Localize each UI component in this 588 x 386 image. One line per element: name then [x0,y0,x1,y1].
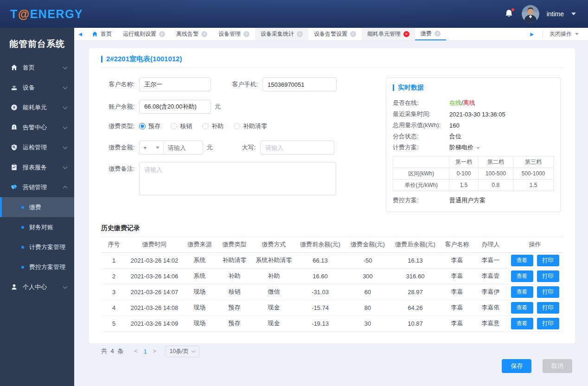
view-button[interactable]: 查看 [511,302,533,314]
alarm-icon [10,124,18,131]
view-button[interactable]: 查看 [511,255,533,266]
tab-item[interactable]: 设备采集统计× [255,28,308,40]
history-cell: 2021-03-26 14:02 [127,252,182,268]
view-button[interactable]: 查看 [511,270,533,282]
history-cell: 现场 [182,315,217,331]
online-status-row: 是否在线: 在线/离线 [393,97,554,109]
pagination-prev[interactable]: < [133,348,139,354]
app-logo: T@ENERGY [10,7,83,21]
tabs-scroll-left-icon[interactable]: ◀ [74,28,86,40]
sidebar-item-home[interactable]: 首页 [0,58,74,77]
tab-close-icon[interactable]: × [435,31,441,37]
sidebar-subitem[interactable]: 计费方案管理 [0,237,74,257]
logo-text: T [10,7,18,20]
history-cell: 2021-03-26 14:06 [127,268,182,284]
print-button[interactable]: 打印 [537,286,559,298]
amount-unit: 元 [207,143,213,152]
sidebar-item-marketing[interactable]: 营销管理 [0,177,74,197]
pay-type-radio[interactable]: 补助 [202,122,224,130]
history-col-header: 操作 [507,237,563,252]
chevron-up-icon [63,186,68,191]
history-cell: 补助清零 [217,252,252,268]
view-button[interactable]: 查看 [511,318,533,329]
footer-actions: 保存 取消 [74,359,588,373]
tab-item[interactable]: 运行规则设置× [117,28,171,40]
customer-phone-input[interactable] [262,77,337,91]
realtime-title-text: 实时数据 [398,84,424,92]
pagination-next[interactable]: > [152,348,158,354]
sidebar-item-alarm[interactable]: 告警中心 [0,117,74,137]
title-accent-bar [101,56,102,63]
sidebar-subitem[interactable]: 财务对账 [0,217,74,237]
history-cell: 64.26 [391,300,440,315]
tab-item[interactable]: 设备管理× [213,28,255,40]
tab-item[interactable]: 离线告警× [171,28,213,40]
amount-input[interactable] [164,144,203,151]
tab-bar: ◀ 首页运行规则设置×离线告警×设备管理×设备采集统计×设备告警设置×能耗单元管… [74,28,588,41]
remark-textarea[interactable] [139,162,336,195]
close-operations-dropdown[interactable]: 关闭操作 [550,30,588,38]
customer-name-label: 客户名称: [101,80,134,89]
tab-close-icon[interactable]: × [243,31,249,37]
view-button[interactable]: 查看 [511,286,533,298]
pay-type-radio[interactable]: 补助清零 [234,122,267,130]
sidebar-item-inspection[interactable]: 运检管理 [0,137,74,157]
sidebar-subitem[interactable]: 费控方案管理 [0,257,74,277]
tab-item[interactable]: 缴费× [415,28,446,40]
save-button[interactable]: 保存 [502,359,531,373]
history-actions-cell: 查看打印 [507,268,563,284]
balance-input[interactable] [139,100,211,114]
sidebar-item-report[interactable]: 报表服务 [0,157,74,177]
bullet-dot-icon [21,246,24,249]
tab-close-icon[interactable]: × [297,31,303,37]
pay-type-radio[interactable]: 核销 [171,122,192,130]
caps-input[interactable] [260,141,334,154]
tab-close-icon[interactable]: × [201,31,207,37]
sidebar-subitem[interactable]: 缴费 [0,197,74,217]
sidebar-item-label: 个人中心 [23,283,64,291]
fee-plan-row: 费控方案: 普通用户方案 [393,195,554,206]
chevron-down-icon [63,84,68,89]
sidebar-item-energy[interactable]: 能耗单元 [0,97,74,117]
main-content: 2#2201室电表(1001012) 客户名称: 客户手机: 账户余额: 元 缴… [74,41,588,386]
tab-item[interactable]: 首页 [86,28,117,40]
tier-corner-cell [393,156,449,168]
print-button[interactable]: 打印 [537,270,559,282]
history-cell: -19.13 [296,315,345,331]
page-size-select[interactable]: 10条/页 [165,346,200,357]
history-cell: 李嘉 [440,315,474,331]
history-col-header: 缴费后余额(元) [391,237,440,252]
billing-plan-value[interactable]: 阶梯电价 [449,143,480,152]
sidebar-item-label: 首页 [23,64,64,72]
tab-item[interactable]: 能耗单元管理× [362,28,415,40]
tabs-scroll-right-icon[interactable]: ▶ [526,32,538,37]
customer-name-input[interactable] [139,77,211,91]
sidebar-item-device[interactable]: 设备 [0,77,74,97]
avatar[interactable] [522,5,539,23]
history-cell: 李嘉 [440,268,474,284]
amount-sign-select[interactable]: + [140,141,164,154]
tab-close-icon[interactable]: × [350,31,356,37]
print-button[interactable]: 打印 [537,318,559,329]
chevron-down-icon [63,284,68,289]
user-menu-caret-icon[interactable] [571,13,576,15]
history-cell: 系统补助清零 [252,252,296,268]
print-button[interactable]: 打印 [537,302,559,314]
switch-state-label: 分合状态: [393,132,449,141]
tab-close-icon[interactable]: × [159,31,165,37]
username[interactable]: intime [547,10,564,18]
history-col-header: 缴费时间 [127,237,182,252]
notification-bell-icon[interactable] [504,9,514,19]
history-col-header: 缴费来源 [182,237,217,252]
history-cell: 5 [101,315,127,331]
sidebar-item-person[interactable]: 个人中心 [0,277,74,297]
print-button[interactable]: 打印 [537,255,559,266]
history-col-header: 缴费方式 [252,237,296,252]
pay-type-radio[interactable]: 预存 [139,122,160,130]
history-col-header: 客户名称 [440,237,474,252]
tab-close-icon[interactable]: × [403,31,409,37]
tab-item[interactable]: 设备告警设置× [308,28,362,40]
pagination-page-1[interactable]: 1 [141,348,148,355]
cancel-button[interactable]: 取消 [543,359,572,373]
history-cell: 预存 [217,315,252,331]
